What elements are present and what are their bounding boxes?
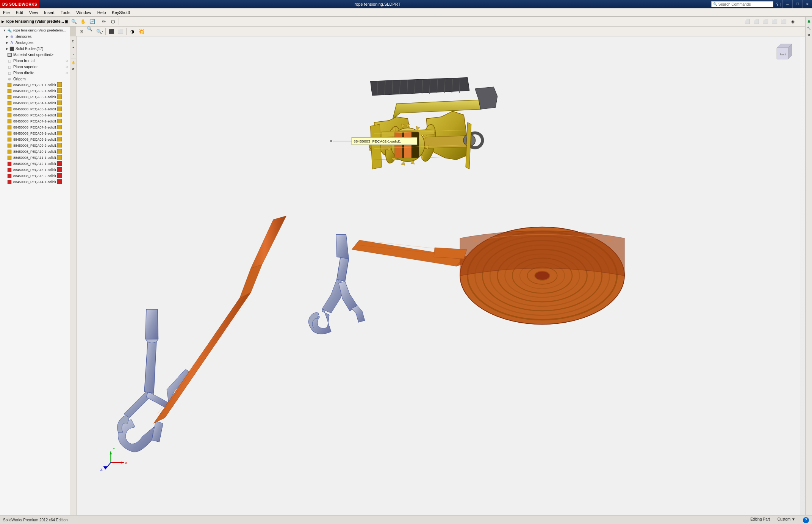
visibility-icon[interactable]: ◇ [66, 59, 68, 63]
tree-item-plano-superior[interactable]: ◻ Plano superior ◇ [0, 64, 70, 70]
tree-item-peca[interactable]: 88450003_PEÇA04-1-solid1 [0, 100, 70, 106]
zoom-button[interactable]: 🔍 [70, 17, 78, 26]
tree-item-anotacoes[interactable]: ▶ A Anotações [0, 39, 70, 45]
svg-text:Front: Front [780, 53, 786, 56]
right-tab-properties[interactable]: 🔧 [806, 25, 812, 31]
annotation-icon: A [9, 40, 14, 45]
tree-item-peca[interactable]: 88450003_PEÇA02-1-solid1 [0, 88, 70, 94]
right-tab-custom[interactable]: ⚙ [806, 32, 812, 38]
tree-item-peca[interactable]: 88450003_PEÇA14-1-solid1 [0, 179, 70, 185]
body-icon [7, 137, 12, 142]
sidebar-close-icon[interactable]: ▣ [65, 19, 68, 24]
shaded-view[interactable]: ⬛ [107, 27, 116, 36]
minimize-button[interactable]: ─ [782, 0, 792, 8]
svg-rect-1 [57, 82, 62, 87]
tree-root-item[interactable]: ▼ 🔩 rope tensioning (Valor predeterm... [0, 27, 70, 33]
close-button[interactable]: ✕ [802, 0, 812, 8]
menu-window[interactable]: Window [74, 8, 94, 16]
rotate-button[interactable]: 🔄 [88, 17, 96, 26]
tree-item-peca[interactable]: 88450003_PEÇA01-1-solid1 [0, 82, 70, 88]
view-right[interactable]: ⬜ [770, 17, 779, 26]
toolbar-view: ⊡ 🔍+ 🔍- ⬛ ⬜ ◑ 💥 [76, 27, 812, 36]
tree-item-peca[interactable]: 88450003_PEÇA09-2-solid1 [0, 143, 70, 149]
zoom-out[interactable]: 🔍- [95, 27, 104, 36]
menu-help[interactable]: Help [94, 8, 109, 16]
tree-item-solidbodies[interactable]: ▶ ⬛ Solid Bodies(17) [0, 45, 70, 52]
tree-item-peca[interactable]: 88450003_PEÇA07-2-solid1 [0, 124, 70, 130]
menu-file[interactable]: File [0, 8, 13, 16]
features-button[interactable]: ⬡ [109, 17, 117, 26]
menu-view[interactable]: View [26, 8, 41, 16]
tree-item-peca[interactable]: 88450003_PEÇA10-1-solid1 [0, 149, 70, 155]
view-back[interactable]: ⬜ [752, 17, 760, 26]
toolbar-main: 📄 📂 💾 🖨 ↩ ↪ ↖ 🔍 ✋ 🔄 ✏ ⬡ ⬜ ⬜ ⬜ ⬜ ⬜ ◈ [0, 17, 812, 27]
pan-button[interactable]: ✋ [79, 17, 87, 26]
view-zoom-fit[interactable]: ⊡ [70, 38, 77, 44]
restore-button[interactable]: ❐ [792, 0, 802, 8]
wireframe-view[interactable]: ⬜ [116, 27, 125, 36]
section-view[interactable]: ◑ [128, 27, 136, 36]
tree-item-peca[interactable]: 88450003_PEÇA12-1-solid1 [0, 161, 70, 167]
app-logo: DS SOLIDWORKS [0, 0, 39, 8]
svg-rect-16 [8, 132, 11, 135]
svg-rect-28 [8, 168, 11, 172]
sketch-button[interactable]: ✏ [100, 17, 108, 26]
body-icon [7, 113, 12, 118]
tree-item-peca[interactable]: 88450003_PEÇA05-1-solid1 [0, 106, 70, 112]
feature-tree-panel: ▶ rope tensioning (Valor predeterm... ▣ … [0, 17, 70, 515]
search-box[interactable]: 🔍 [711, 1, 773, 7]
tree-item-peca[interactable]: 88450003_PEÇA13-2-solid1 [0, 173, 70, 179]
viewport[interactable]: Y X Z 88450003_PEÇA02-1-solid1 Front ⊡ +… [70, 36, 805, 515]
tree-item-origem[interactable]: ⊕ Origem [0, 76, 70, 82]
tree-item-label: 88450003_PEÇA09-2-solid1 [13, 144, 56, 147]
view-front[interactable]: ⬜ [743, 17, 751, 26]
sep6 [126, 28, 127, 35]
navigation-cube[interactable]: Front [769, 40, 796, 67]
visibility-icon[interactable]: ◇ [66, 71, 68, 75]
view-zoom-out[interactable]: - [70, 51, 77, 57]
expand-icon: ▶ [6, 41, 8, 44]
menu-tools[interactable]: Tools [58, 8, 74, 16]
color-swatch [57, 94, 62, 99]
tree-item-peca[interactable]: 88450003_PEÇA07-1-solid1 [0, 118, 70, 124]
tree-item-label: 88450003_PEÇA05-1-solid1 [13, 107, 56, 111]
svg-rect-22 [8, 150, 11, 154]
search-input[interactable] [718, 2, 771, 6]
tree-item-plano-frontal[interactable]: ◻ Plano frontal ◇ [0, 58, 70, 64]
help-status-icon[interactable]: ? [803, 517, 809, 523]
right-tab-featuretree[interactable]: 🌲 [806, 18, 812, 24]
body-icon [7, 179, 12, 185]
view-left[interactable]: ⬜ [761, 17, 770, 26]
tree-item-peca[interactable]: 88450003_PEÇA09-1-solid1 [0, 136, 70, 143]
feature-tree-list: ▼ 🔩 rope tensioning (Valor predeterm... … [0, 27, 70, 515]
body-icon [7, 149, 12, 154]
tree-label: Origem [13, 77, 26, 81]
tree-item-peca[interactable]: 88450003_PEÇA06-1-solid1 [0, 112, 70, 118]
tree-item-sensores[interactable]: ▶ ⊕ Sensores [0, 33, 70, 39]
menu-edit[interactable]: Edit [13, 8, 26, 16]
explode-view[interactable]: 💥 [137, 27, 146, 36]
tree-item-peca[interactable]: 88450003_PEÇA03-1-solid1 [0, 94, 70, 100]
view-top[interactable]: ⬜ [779, 17, 788, 26]
sep5 [105, 28, 106, 35]
tree-item-peca[interactable]: 88450003_PEÇA13-1-solid1 [0, 167, 70, 173]
tree-label: Material <not specified> [13, 53, 53, 57]
tree-label: Plano superior [13, 65, 38, 69]
visibility-icon[interactable]: ◇ [66, 65, 68, 69]
help-icon[interactable]: ? [776, 2, 779, 6]
view-zoom-in[interactable]: + [70, 44, 77, 50]
view-rotate[interactable]: ↺ [70, 66, 77, 72]
view-iso[interactable]: ◈ [789, 17, 797, 26]
view-pan[interactable]: ✋ [70, 60, 77, 66]
custom-status[interactable]: Custom ▼ [778, 517, 795, 523]
tree-item-plano-direito[interactable]: ◻ Plano direito ◇ [0, 70, 70, 76]
svg-rect-7 [57, 100, 62, 105]
tree-item-material[interactable]: 🔲 Material <not specified> [0, 52, 70, 58]
menu-insert[interactable]: Insert [41, 8, 58, 16]
svg-point-75 [535, 271, 549, 280]
zoom-fit[interactable]: ⊡ [77, 27, 86, 36]
menu-keyshot[interactable]: KeyShot3 [109, 8, 133, 16]
tree-item-peca[interactable]: 88450003_PEÇA11-1-solid1 [0, 155, 70, 161]
zoom-in[interactable]: 🔍+ [86, 27, 95, 36]
tree-item-peca[interactable]: 88450003_PEÇA08-1-solid1 [0, 130, 70, 136]
